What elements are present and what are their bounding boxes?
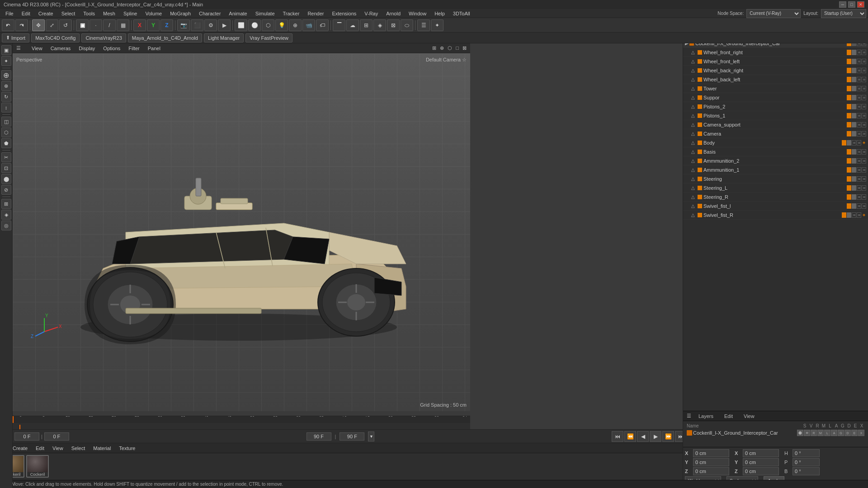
lt-paint-button[interactable]: ✦ xyxy=(1,56,11,66)
end-frame-display[interactable] xyxy=(340,432,364,441)
vp-nav-view[interactable]: View xyxy=(30,45,44,52)
current-frame-input[interactable] xyxy=(14,432,39,441)
maxtoc4d-button[interactable]: MaxToC4D Config xyxy=(31,33,80,42)
extra-button2[interactable]: ✦ xyxy=(431,19,443,31)
cinematovray-button[interactable]: CinemaVrayR23 xyxy=(81,33,126,42)
lt-loop-sel-button[interactable]: ⊡ xyxy=(1,163,11,173)
vp-nav-display[interactable]: Display xyxy=(77,45,97,52)
menu-select[interactable]: Select xyxy=(58,10,79,17)
obj-row-12[interactable]: △ Ammmunition_2 ⊞ ⊞ xyxy=(683,156,868,165)
lt-scale-button[interactable]: ↕ xyxy=(1,103,11,113)
p-input[interactable] xyxy=(793,458,820,466)
b-input[interactable] xyxy=(793,467,820,475)
vray-fastpreview-button[interactable]: Vray FastPreview xyxy=(245,33,292,42)
vp-nav-cameras[interactable]: Cameras xyxy=(49,45,73,52)
vp-nav-panel[interactable]: Panel xyxy=(146,45,162,52)
go-start-button[interactable]: ⏮ xyxy=(612,431,623,442)
minimize-button[interactable]: ─ xyxy=(839,1,846,8)
floor-button[interactable]: ▔ xyxy=(333,19,345,31)
render-view-button[interactable]: 📷 xyxy=(177,19,190,31)
camera-button[interactable]: 📹 xyxy=(302,19,315,31)
menu-arnold[interactable]: Arnold xyxy=(382,10,404,17)
menu-help[interactable]: Help xyxy=(431,10,448,17)
y-axis-button[interactable]: Y xyxy=(147,19,160,31)
menu-mograph[interactable]: MoGraph xyxy=(166,10,194,17)
h-input[interactable] xyxy=(793,449,820,457)
menu-animate[interactable]: Animate xyxy=(225,10,250,17)
obj-row-18[interactable]: △ Swivel_fist_R ⊞ ⊞ ◈ xyxy=(683,211,868,220)
menu-file[interactable]: File xyxy=(2,10,17,17)
cube-button[interactable]: ⬜ xyxy=(235,19,247,31)
end-frame-field[interactable] xyxy=(307,432,331,441)
next-frame-button[interactable]: ⏩ xyxy=(662,431,674,442)
menu-spline[interactable]: Spline xyxy=(120,10,141,17)
layers-edit-tab[interactable]: Edit xyxy=(721,413,736,420)
menu-tracker[interactable]: Tracker xyxy=(279,10,303,17)
rotate-tool-button[interactable]: ↺ xyxy=(59,19,72,31)
sky-button[interactable]: ☁ xyxy=(346,19,359,31)
layout-dropdown[interactable]: Startup (User) xyxy=(821,9,866,18)
lv10[interactable]: X xyxy=(858,430,864,436)
lv2[interactable]: 👁 xyxy=(804,430,810,436)
lt-move-button[interactable]: ⊗ xyxy=(1,81,11,91)
close-button[interactable]: ✕ xyxy=(857,1,864,8)
perspective-button[interactable]: ◈ xyxy=(373,19,386,31)
x-pos-input[interactable] xyxy=(693,449,729,457)
material-thumb-2[interactable]: Cockeril xyxy=(26,455,49,478)
menu-window[interactable]: Window xyxy=(405,10,430,17)
extra-button1[interactable]: ☰ xyxy=(417,19,430,31)
menu-edit[interactable]: Edit xyxy=(18,10,34,17)
mat-menu-select[interactable]: Select xyxy=(68,445,89,452)
lt-select-button[interactable]: ▣ xyxy=(1,45,11,55)
layer-item-1[interactable]: Cockerill_I-X_Ground_Interceptor_Car ⬤ 👁… xyxy=(687,429,864,437)
vp-nav-options[interactable]: Options xyxy=(101,45,122,52)
z-size-input[interactable] xyxy=(743,467,779,475)
menu-character[interactable]: Character xyxy=(195,10,224,17)
lt-rotate-button[interactable]: ↻ xyxy=(1,92,11,102)
obj-row-16[interactable]: △ Steering_R ⊞ ⊞ xyxy=(683,192,868,202)
cylinder-button[interactable]: ⬡ xyxy=(262,19,274,31)
point-mode-button[interactable]: · xyxy=(90,19,102,31)
play-button[interactable]: ▶ xyxy=(650,431,661,442)
obj-row-3[interactable]: △ Wheel_back_left ⊞ ⊞ xyxy=(683,75,868,84)
lv8[interactable]: D xyxy=(844,430,851,436)
lv9[interactable]: E xyxy=(851,430,858,436)
obj-row-11[interactable]: △ Basis ⊞ ⊞ xyxy=(683,147,868,156)
mat-menu-material[interactable]: Material xyxy=(90,445,114,452)
lv6[interactable]: A xyxy=(831,430,837,436)
lt-knife-button[interactable]: ✂ xyxy=(1,152,11,162)
z-axis-button[interactable]: Z xyxy=(160,19,173,31)
edge-mode-button[interactable]: / xyxy=(103,19,116,31)
mat-menu-edit[interactable]: Edit xyxy=(32,445,48,452)
lt-shrink-button[interactable]: ⊘ xyxy=(1,185,11,195)
viewport-canvas[interactable]: X Y Z Perspective Default Camera ☆ Grid … xyxy=(13,53,470,411)
render-settings-button[interactable]: ⚙ xyxy=(204,19,217,31)
lt-bevel-button[interactable]: ⬟ xyxy=(1,138,11,148)
mat-menu-view[interactable]: View xyxy=(49,445,67,452)
timeline-track[interactable]: 0 5 10 15 20 25 30 35 40 45 50 55 60 65 … xyxy=(13,416,470,429)
layers-tab[interactable]: Layers xyxy=(695,413,717,420)
lt-poly-button[interactable]: ◫ xyxy=(1,117,11,127)
x-axis-button[interactable]: X xyxy=(133,19,146,31)
vp-nav-filter[interactable]: Filter xyxy=(127,45,141,52)
obj-row-6[interactable]: △ Pistons_2 ⊞ ⊞ xyxy=(683,102,868,111)
obj-row-7[interactable]: △ Pistons_1 ⊞ ⊞ xyxy=(683,111,868,120)
menu-render[interactable]: Render xyxy=(304,10,327,17)
maximize-button[interactable]: □ xyxy=(848,1,855,8)
grid-button[interactable]: ⊞ xyxy=(360,19,373,31)
play-back-button[interactable]: ◀ xyxy=(637,431,649,442)
prev-frame-button[interactable]: ⏪ xyxy=(624,431,636,442)
poly-mode-button[interactable]: ▦ xyxy=(117,19,129,31)
start-frame-input[interactable] xyxy=(44,432,69,441)
snap-button[interactable]: ⊠ xyxy=(387,19,400,31)
light-button[interactable]: 💡 xyxy=(275,19,288,31)
lt-material-button[interactable]: ◎ xyxy=(1,221,11,230)
menu-tools[interactable]: Tools xyxy=(80,10,99,17)
tag-button[interactable]: 🏷 xyxy=(316,19,329,31)
y-size-input[interactable] xyxy=(743,458,779,466)
menu-mesh[interactable]: Mesh xyxy=(99,10,119,17)
obj-row-8[interactable]: △ Camera_support ⊞ ⊞ xyxy=(683,120,868,129)
window-controls[interactable]: ─ □ ✕ xyxy=(839,1,864,8)
lv5[interactable]: L xyxy=(824,430,830,436)
obj-row-4[interactable]: △ Tower ⊞ ⊞ xyxy=(683,84,868,93)
